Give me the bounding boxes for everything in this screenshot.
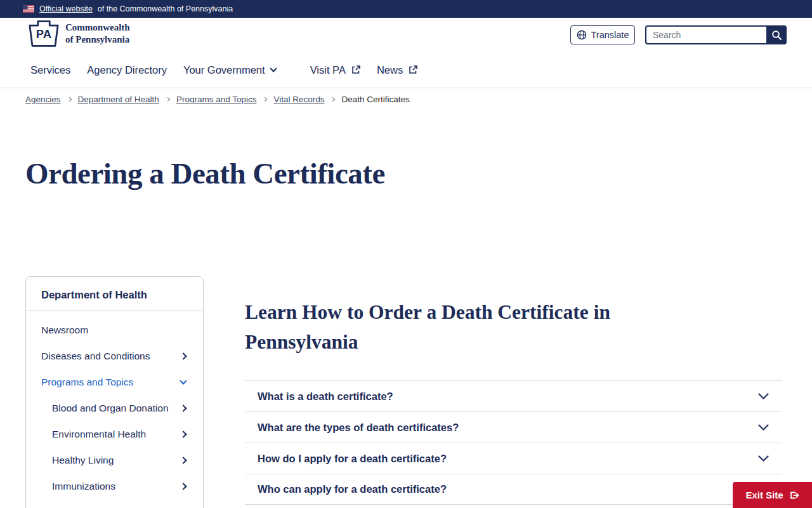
external-link-icon: [351, 65, 360, 74]
chevron-down-icon: [758, 393, 769, 400]
chevron-down-icon: [180, 377, 187, 384]
accordion-types-of-death-certificates[interactable]: What are the types of death certificates…: [245, 411, 782, 443]
faq-accordion: What is a death certificate? What are th…: [245, 380, 782, 505]
brand-line1: Commonwealth: [65, 22, 130, 34]
search-button[interactable]: [766, 25, 787, 44]
nav-services-label: Services: [30, 64, 70, 76]
accordion-question: What is a death certificate?: [258, 391, 393, 403]
nav-your-government[interactable]: Your Government: [183, 64, 276, 76]
exit-site-button[interactable]: Exit Site: [733, 482, 812, 508]
main-navigation: Services Agency Directory Your Governmen…: [0, 52, 812, 88]
nav-news-label: News: [377, 64, 403, 76]
page-title: Ordering a Death Certificate: [25, 156, 385, 190]
translate-button[interactable]: Translate: [570, 25, 635, 44]
nav-agency-directory-label: Agency Directory: [87, 64, 167, 76]
chevron-right-icon: [263, 97, 267, 102]
content-heading: Learn How to Order a Death Certificate i…: [245, 297, 719, 358]
accordion-question: Who can apply for a death certificate?: [258, 483, 447, 495]
chevron-right-icon: [180, 404, 187, 411]
official-website-link[interactable]: Official website: [39, 4, 93, 13]
site-search: [645, 25, 787, 44]
search-icon: [771, 30, 782, 41]
external-link-icon: [409, 65, 417, 74]
chevron-down-icon: [758, 455, 769, 462]
breadcrumb: Agencies Department of Health Programs a…: [25, 95, 410, 104]
chevron-right-icon: [166, 97, 170, 102]
keystone-icon: PA: [29, 20, 59, 48]
exit-icon: [789, 490, 799, 500]
official-banner: Official website of the Commonwealth of …: [0, 0, 812, 18]
sidebar-item-label: Diseases and Conditions: [41, 351, 150, 362]
sidebar-item-blood-and-organ-donation[interactable]: Blood and Organ Donation: [26, 395, 203, 421]
accordion-how-do-i-apply[interactable]: How do I apply for a death certificate?: [245, 443, 782, 474]
svg-text:PA: PA: [36, 27, 51, 41]
sidebar-item-maternal-infant-health[interactable]: Maternal & Infant Health: [26, 499, 203, 508]
sidebar-item-label: Healthy Living: [52, 455, 114, 466]
nav-visit-pa[interactable]: Visit PA: [310, 64, 360, 76]
chevron-right-icon: [67, 97, 72, 102]
accordion-who-can-apply[interactable]: Who can apply for a death certificate?: [245, 474, 782, 505]
chevron-right-icon: [180, 431, 187, 438]
nav-your-government-label: Your Government: [183, 64, 265, 76]
sidebar-list: Newsroom Diseases and Conditions Program…: [26, 311, 203, 508]
translate-label: Translate: [591, 30, 629, 40]
nav-news[interactable]: News: [377, 64, 417, 76]
sidebar-item-label: Environmental Health: [52, 429, 146, 440]
exit-site-label: Exit Site: [745, 490, 783, 500]
breadcrumb-current: Death Certificates: [341, 95, 409, 104]
chevron-right-icon: [180, 483, 187, 490]
sidebar-item-diseases-and-conditions[interactable]: Diseases and Conditions: [26, 343, 203, 369]
breadcrumb-agencies[interactable]: Agencies: [25, 95, 61, 104]
chevron-right-icon: [180, 352, 187, 359]
sidebar-item-environmental-health[interactable]: Environmental Health: [26, 421, 203, 447]
search-input[interactable]: [645, 25, 766, 44]
nav-agency-directory[interactable]: Agency Directory: [87, 64, 167, 76]
nav-services[interactable]: Services: [30, 64, 70, 76]
sidebar-item-immunizations[interactable]: Immunizations: [26, 473, 203, 499]
chevron-right-icon: [331, 97, 335, 102]
breadcrumb-programs-and-topics[interactable]: Programs and Topics: [176, 95, 257, 104]
accordion-question: How do I apply for a death certificate?: [258, 453, 447, 465]
accordion-question: What are the types of death certificates…: [258, 422, 459, 434]
breadcrumb-department-of-health[interactable]: Department of Health: [78, 95, 159, 104]
sidebar-title: Department of Health: [26, 277, 203, 311]
sidebar-item-healthy-living[interactable]: Healthy Living: [26, 447, 203, 473]
breadcrumb-vital-records[interactable]: Vital Records: [273, 95, 324, 104]
brand-line2: of Pennsylvania: [65, 34, 130, 46]
sidebar-item-label: Immunizations: [52, 481, 115, 492]
sidebar-item-programs-and-topics[interactable]: Programs and Topics: [26, 369, 203, 395]
nav-visit-pa-label: Visit PA: [310, 64, 346, 76]
pa-logo[interactable]: PA Commonwealth of Pennsylvania: [29, 20, 130, 48]
sidebar-item-label: Programs and Topics: [41, 377, 133, 388]
sidebar-item-label: Blood and Organ Donation: [52, 403, 169, 414]
sidebar-department-of-health: Department of Health Newsroom Diseases a…: [25, 276, 204, 508]
brand-wordmark: Commonwealth of Pennsylvania: [65, 22, 130, 46]
sidebar-item-label: Newsroom: [41, 324, 88, 336]
accordion-what-is-a-death-certificate[interactable]: What is a death certificate?: [245, 380, 782, 411]
sidebar-item-newsroom[interactable]: Newsroom: [26, 317, 203, 343]
globe-icon: [577, 30, 587, 40]
us-flag-icon: [23, 5, 34, 13]
site-header: PA Commonwealth of Pennsylvania Translat…: [0, 18, 812, 52]
chevron-down-icon: [758, 424, 769, 431]
chevron-down-icon: [270, 65, 277, 72]
banner-text: of the Commonwealth of Pennsylvania: [98, 4, 233, 13]
chevron-right-icon: [180, 457, 187, 464]
